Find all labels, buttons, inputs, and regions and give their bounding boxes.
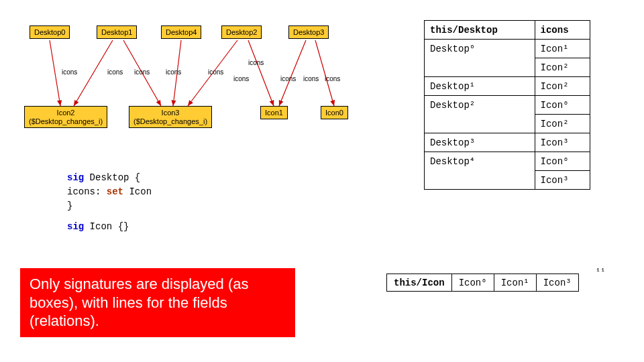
- svg-line-6: [279, 40, 306, 106]
- code-text: icons:: [67, 186, 107, 197]
- desktop-icons-table: this/Desktop icons Desktop⁰Icon¹ Icon² D…: [424, 20, 590, 190]
- svg-line-0: [50, 40, 60, 106]
- table-cell: Icon⁰: [535, 96, 590, 115]
- table2-cell: Icon⁰: [451, 274, 494, 292]
- node-icon1: Icon1: [260, 106, 288, 119]
- edge-label: icons: [233, 75, 249, 82]
- relation-diagram: Desktop0 Desktop1 Desktop4 Desktop2 Desk…: [20, 20, 396, 154]
- table-cell: Icon¹: [535, 40, 590, 58]
- edge-label: icons: [248, 59, 264, 66]
- edge-label: icons: [303, 75, 319, 82]
- edge-label: icons: [166, 68, 181, 76]
- table2-cell: Icon¹: [494, 274, 536, 292]
- table-cell: Desktop³: [425, 133, 535, 152]
- node-icon3: Icon3 ($Desktop_changes_i): [129, 106, 212, 128]
- node-icon0: Icon0: [321, 106, 348, 119]
- table2-header: this/Icon: [387, 274, 452, 292]
- code-text: Desktop {: [84, 172, 140, 183]
- svg-line-7: [315, 40, 334, 106]
- node-icon3-label: Icon3: [162, 109, 180, 117]
- node-icon2-label: Icon2: [57, 109, 75, 117]
- keyword-sig: sig: [67, 172, 84, 183]
- table-cell: Icon⁰: [535, 152, 590, 171]
- node-icon2-sublabel: ($Desktop_changes_i): [29, 117, 103, 125]
- code-text: Icon: [123, 186, 152, 197]
- table-cell: Desktop²: [425, 96, 535, 115]
- diagram-edges: [20, 20, 396, 154]
- table-cell: [425, 58, 535, 77]
- node-icon2: Icon2 ($Desktop_changes_i): [24, 106, 107, 128]
- table2-cell: Icon³: [536, 274, 578, 292]
- table-cell: Icon²: [535, 77, 590, 96]
- keyword-sig: sig: [67, 221, 84, 232]
- edge-label: icons: [325, 75, 340, 82]
- node-desktop0: Desktop0: [30, 25, 70, 39]
- table-cell: Desktop⁰: [425, 40, 535, 58]
- edge-label: icons: [134, 68, 150, 76]
- node-desktop2: Desktop2: [221, 25, 262, 39]
- edge-label: icons: [208, 68, 223, 76]
- caption-box: Only signatures are displayed (as boxes)…: [20, 268, 295, 337]
- keyword-set: set: [107, 186, 123, 197]
- edge-label: icons: [107, 68, 123, 76]
- table-cell: [425, 115, 535, 133]
- code-snippet: sig Desktop { icons: set Icon } sig Icon…: [67, 171, 152, 234]
- table-cell: Icon²: [535, 115, 590, 133]
- table-cell: Icon³: [535, 133, 590, 152]
- table-cell: Desktop¹: [425, 77, 535, 96]
- table-header-right: icons: [535, 21, 590, 40]
- node-desktop4: Desktop4: [161, 25, 201, 39]
- svg-line-5: [248, 40, 274, 106]
- table2-annot: ¹¹: [596, 267, 605, 276]
- table-cell: Icon³: [535, 171, 590, 190]
- this-icon-table: this/Icon Icon⁰ Icon¹ Icon³: [386, 274, 579, 292]
- code-text: Icon {}: [84, 221, 129, 232]
- node-desktop3: Desktop3: [288, 25, 329, 39]
- edge-label: icons: [62, 68, 77, 76]
- edge-label: icons: [280, 75, 296, 82]
- node-icon3-sublabel: ($Desktop_changes_i): [133, 117, 207, 125]
- table-header-left: this/Desktop: [425, 21, 535, 40]
- table-cell: Icon²: [535, 58, 590, 77]
- node-desktop1: Desktop1: [97, 25, 137, 39]
- table-cell: Desktop⁴: [425, 152, 535, 171]
- table-cell: [425, 171, 535, 190]
- code-text: }: [67, 199, 152, 213]
